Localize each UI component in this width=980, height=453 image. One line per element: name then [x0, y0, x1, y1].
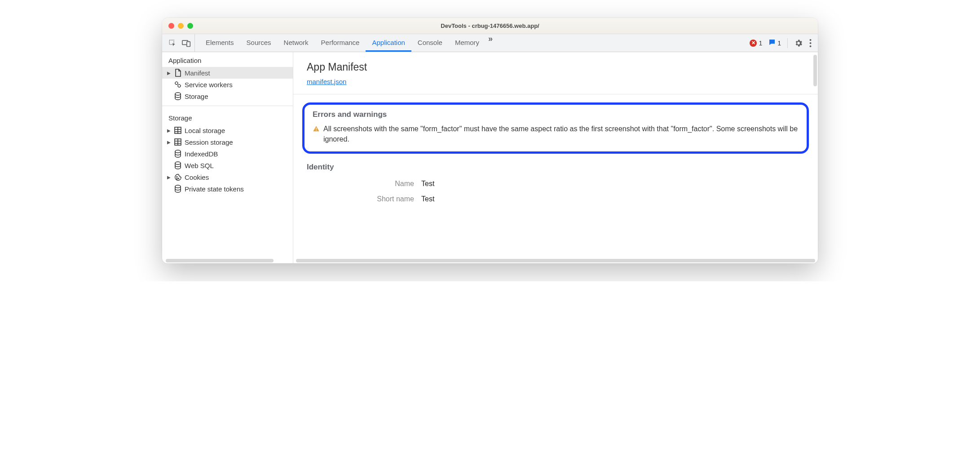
more-options-icon[interactable]	[809, 39, 812, 47]
svg-point-3	[810, 39, 812, 41]
sidebar-item-indexeddb[interactable]: IndexedDB	[162, 148, 293, 160]
gears-icon	[174, 80, 182, 89]
database-icon	[174, 185, 182, 193]
sidebar-item-label: Service workers	[185, 81, 233, 89]
identity-row-shortname: Short name Test	[307, 191, 804, 207]
devtools-window: DevTools - crbug-1476656.web.app/ Elemen…	[162, 18, 818, 263]
sidebar-item-cookies[interactable]: ▶ Cookies	[162, 171, 293, 183]
svg-point-14	[178, 178, 179, 179]
errors-heading: Errors and warnings	[313, 110, 799, 119]
identity-value: Test	[421, 180, 434, 188]
sidebar-item-service-workers[interactable]: Service workers	[162, 79, 293, 90]
minimize-window-button[interactable]	[178, 23, 184, 29]
sidebar-item-label: Manifest	[185, 69, 210, 77]
sidebar-section-application: Application	[162, 52, 293, 67]
sidebar-divider	[162, 106, 293, 106]
sidebar-item-label: Web SQL	[185, 162, 214, 169]
tabs-overflow-button[interactable]: »	[486, 34, 495, 52]
sidebar-item-label: IndexedDB	[185, 150, 218, 158]
sidebar-item-websql[interactable]: Web SQL	[162, 160, 293, 171]
window-controls	[162, 23, 193, 29]
sidebar-item-label: Private state tokens	[185, 185, 244, 193]
svg-rect-17	[316, 128, 316, 129]
disclosure-triangle-icon[interactable]: ▶	[167, 175, 171, 180]
issue-count: 1	[777, 40, 781, 47]
database-icon	[174, 150, 182, 158]
main-horizontal-scrollbar[interactable]	[296, 259, 815, 262]
table-icon	[174, 138, 182, 146]
svg-point-16	[175, 185, 181, 188]
svg-point-8	[175, 93, 181, 95]
tab-console[interactable]: Console	[411, 34, 449, 52]
sidebar-item-local-storage[interactable]: ▶ Local storage	[162, 124, 293, 136]
svg-rect-2	[187, 41, 190, 46]
sidebar-item-manifest[interactable]: ▶ Manifest	[162, 67, 293, 79]
window-title: DevTools - crbug-1476656.web.app/	[162, 22, 818, 29]
main-panel: App Manifest manifest.json Errors and wa…	[293, 52, 818, 263]
issues-badge[interactable]: 1	[768, 39, 781, 47]
svg-point-6	[175, 82, 178, 84]
identity-section: Identity Name Test Short name Test	[307, 163, 804, 207]
svg-point-12	[175, 162, 181, 164]
application-sidebar: Application ▶ Manifest Service workers	[162, 52, 293, 263]
identity-key: Short name	[307, 195, 421, 203]
device-toggle-icon[interactable]	[182, 39, 191, 47]
error-icon: ✕	[750, 40, 757, 47]
identity-heading: Identity	[307, 163, 804, 172]
cookie-icon	[174, 173, 182, 181]
disclosure-triangle-icon[interactable]: ▶	[167, 140, 171, 145]
error-count-badge[interactable]: ✕ 1	[750, 40, 762, 47]
identity-row-name: Name Test	[307, 176, 804, 191]
settings-icon[interactable]	[794, 39, 803, 48]
errors-warnings-callout: Errors and warnings All screenshots with…	[302, 102, 809, 154]
svg-point-5	[810, 45, 812, 47]
sidebar-item-storage-overview[interactable]: Storage	[162, 90, 293, 102]
svg-point-4	[810, 42, 812, 44]
devtools-toolbar: Elements Sources Network Performance App…	[162, 34, 818, 52]
content-area: Application ▶ Manifest Service workers	[162, 52, 818, 263]
error-count: 1	[759, 40, 762, 47]
panel-tabs: Elements Sources Network Performance App…	[199, 34, 750, 52]
toolbar-divider	[787, 38, 788, 48]
svg-point-13	[177, 176, 177, 177]
warning-row: All screenshots with the same "form_fact…	[313, 124, 799, 144]
sidebar-item-label: Cookies	[185, 173, 209, 181]
sidebar-item-label: Storage	[185, 93, 208, 100]
sidebar-item-session-storage[interactable]: ▶ Session storage	[162, 136, 293, 148]
identity-key: Name	[307, 180, 421, 188]
sidebar-section-storage: Storage	[162, 110, 293, 124]
database-icon	[174, 161, 182, 169]
disclosure-triangle-icon[interactable]: ▶	[167, 128, 171, 133]
tab-sources[interactable]: Sources	[240, 34, 278, 52]
svg-rect-18	[316, 130, 316, 131]
tab-application[interactable]: Application	[366, 34, 411, 52]
section-divider	[293, 94, 818, 94]
tab-elements[interactable]: Elements	[199, 34, 240, 52]
sidebar-item-private-state-tokens[interactable]: Private state tokens	[162, 183, 293, 195]
close-window-button[interactable]	[168, 23, 174, 29]
svg-point-7	[178, 84, 181, 87]
sidebar-horizontal-scrollbar[interactable]	[166, 259, 274, 262]
page-title: App Manifest	[307, 61, 804, 73]
file-icon	[174, 69, 182, 77]
issues-icon	[768, 39, 776, 47]
warning-text: All screenshots with the same "form_fact…	[323, 124, 799, 144]
warning-icon	[313, 125, 320, 135]
identity-value: Test	[421, 195, 434, 203]
zoom-window-button[interactable]	[187, 23, 193, 29]
svg-point-11	[175, 150, 181, 153]
table-icon	[174, 126, 182, 134]
disclosure-triangle-icon[interactable]: ▶	[167, 71, 171, 76]
inspect-element-icon[interactable]	[168, 39, 177, 47]
main-vertical-scrollbar[interactable]	[813, 55, 817, 86]
tab-network[interactable]: Network	[278, 34, 315, 52]
database-icon	[174, 92, 182, 100]
sidebar-item-label: Local storage	[185, 127, 225, 134]
titlebar: DevTools - crbug-1476656.web.app/	[162, 18, 818, 34]
sidebar-item-label: Session storage	[185, 138, 233, 146]
tab-performance[interactable]: Performance	[315, 34, 366, 52]
svg-point-15	[177, 178, 177, 179]
tab-memory[interactable]: Memory	[449, 34, 486, 52]
manifest-link[interactable]: manifest.json	[307, 78, 346, 85]
